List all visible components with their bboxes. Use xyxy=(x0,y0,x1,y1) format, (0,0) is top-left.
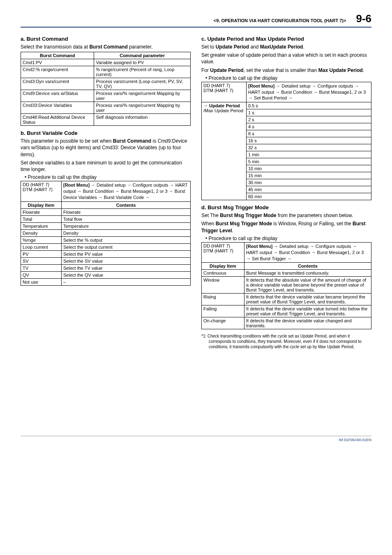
path-label-cell: DD (HART 7) DTM (HART 7) xyxy=(202,242,244,263)
section-c-p3: For Update Period, set the value that is… xyxy=(201,67,371,74)
footnote-star1: *1: Check transmitting conditions with t… xyxy=(201,333,371,349)
page-number: 9-6 xyxy=(356,12,371,25)
section-d-p1: Set The Burst Msg Trigger Mode from the … xyxy=(201,212,371,219)
path-text-cell: [Root Menu] → Detailed setup → Configure… xyxy=(244,242,371,263)
left-column: a. Burst Command Select the transmission… xyxy=(21,33,191,349)
trigger-mode-table: DD (HART 7) DTM (HART 7) [Root Menu] → D… xyxy=(201,242,371,330)
section-d-p2: When Burst Msg Trigger Mode is Window, R… xyxy=(201,220,371,234)
table-header: Burst Command xyxy=(21,52,94,59)
burst-variable-path-table: DD (HART 7) DTM (HART 7) [Root Menu] → D… xyxy=(21,181,191,286)
update-period-table: DD (HART 7) DTM (HART 7) [Root Menu] → D… xyxy=(201,82,371,201)
section-c-bullet: Procedure to call up the display xyxy=(205,75,371,81)
page-header: <9. OPERATION VIA HART CONFIGURATION TOO… xyxy=(21,12,371,28)
right-column: c. Update Period and Max Update Period S… xyxy=(201,33,371,349)
section-b-p2: Set device variables to a bare minimum t… xyxy=(21,160,191,173)
two-column-layout: a. Burst Command Select the transmission… xyxy=(21,33,371,349)
path-label-cell: DD (HART 7) DTM (HART 7) xyxy=(202,82,247,102)
page-footer: IM 01F06A00-01EN xyxy=(21,436,371,442)
section-a-heading: a. Burst Command xyxy=(21,36,191,42)
section-a-intro: Select the transmission data at Burst Co… xyxy=(21,44,191,50)
header-title: <9. OPERATION VIA HART CONFIGURATION TOO… xyxy=(21,18,356,23)
page-container: <9. OPERATION VIA HART CONFIGURATION TOO… xyxy=(0,0,392,450)
table-header: Display Item xyxy=(21,201,62,208)
section-b-p1: This parameter is possible to be set whe… xyxy=(21,138,191,158)
section-c-p1: Set to Update Period and MaxUpdate Perio… xyxy=(201,44,371,50)
update-period-side-label: → Update Period /Max Update Period xyxy=(202,102,247,200)
table-header: Contents xyxy=(244,263,371,270)
section-d-bullet: Procedure to call up the display xyxy=(205,236,371,241)
section-d-heading: d. Burst Msg Trigger Mode xyxy=(201,204,371,210)
table-header: Display Item xyxy=(202,263,244,270)
path-text-cell: [Root Menu] → Detailed setup → Configure… xyxy=(62,181,191,202)
burst-command-table: Burst Command Command parameter Cmd1:PVV… xyxy=(21,52,191,126)
path-text-cell: [Root Menu] → Detailed setup → Configure… xyxy=(247,82,371,102)
path-label-cell: DD (HART 7) DTM (HART 7) xyxy=(21,181,62,202)
footer-code: IM 01F06A00-01EN xyxy=(339,438,371,442)
section-b-bullet: Procedure to call up the display xyxy=(25,174,191,180)
table-header: Command parameter xyxy=(94,52,191,59)
section-b-heading: b. Burst Variable Code xyxy=(21,130,191,136)
section-c-p2: Set greater value of update period than … xyxy=(201,52,371,65)
section-c-heading: c. Update Period and Max Update Period xyxy=(201,36,371,42)
table-header: Contents xyxy=(62,201,191,208)
